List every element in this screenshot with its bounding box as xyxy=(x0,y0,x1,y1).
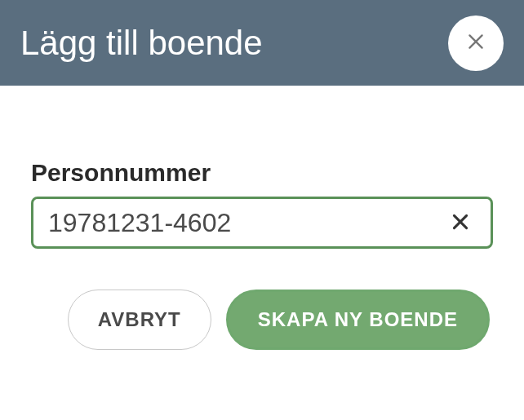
personnummer-input[interactable] xyxy=(48,208,445,238)
personnummer-label: Personnummer xyxy=(31,159,493,187)
dialog-content: Personnummer AVBRYT SKAPA NY BOENDE xyxy=(0,86,524,350)
create-button[interactable]: SKAPA NY BOENDE xyxy=(226,290,490,350)
cancel-button[interactable]: AVBRYT xyxy=(68,290,211,350)
close-icon xyxy=(465,31,486,55)
clear-input-button[interactable] xyxy=(445,206,476,240)
button-row: AVBRYT SKAPA NY BOENDE xyxy=(31,290,493,350)
dialog-header: Lägg till boende xyxy=(0,0,524,86)
close-button[interactable] xyxy=(448,15,504,71)
clear-icon xyxy=(450,211,471,235)
personnummer-input-wrapper xyxy=(31,197,493,249)
dialog-title: Lägg till boende xyxy=(20,24,263,63)
